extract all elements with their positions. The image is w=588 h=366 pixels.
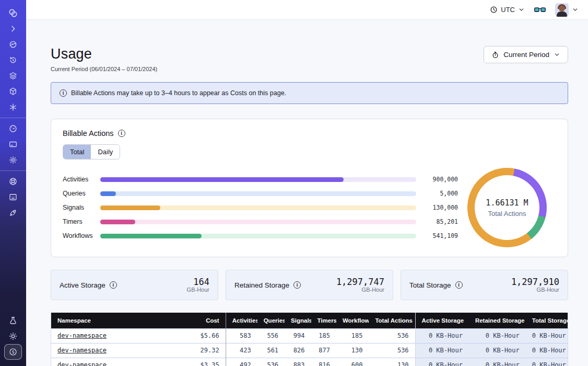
bar-value: 900,000: [420, 176, 458, 183]
total-actions-donut-chart: 1.66131 M Total Actions: [467, 168, 547, 247]
column-header-cost: Cost: [184, 313, 226, 328]
billing-card-icon[interactable]: [4, 136, 22, 152]
table-cell: 536: [369, 343, 415, 358]
bar-value: 85,201: [420, 218, 458, 225]
table-cell: 0 KB-Hour: [526, 343, 568, 358]
column-header-active-storage: Active Storage: [415, 313, 469, 328]
current-period-subtitle: Current Period (06/01/2024 – 07/01/2024): [51, 66, 157, 72]
bar-label: Activities: [63, 176, 100, 183]
chevron-down-icon: [572, 6, 579, 13]
gauge-icon[interactable]: [4, 121, 22, 136]
donut-total-label: Total Actions: [488, 210, 526, 218]
bar-track: [100, 191, 416, 196]
table-row: dev-namespace29.324235618268771305360 KB…: [51, 343, 568, 358]
table-cell: 994: [285, 328, 311, 343]
table-cell: 0 KB-Hour: [415, 358, 469, 366]
chevron-down-icon: [518, 6, 525, 13]
storage-card-total-storage: Total Storagei1,297,910GB-Hour: [401, 270, 568, 300]
storage-cards: Active Storagei164GB-HourRetained Storag…: [51, 270, 568, 300]
namespace-cell: dev-namespace: [51, 328, 184, 343]
bar-label: Workflows: [63, 232, 100, 239]
feedback-icon[interactable]: [4, 189, 22, 205]
user-menu[interactable]: [555, 3, 579, 17]
history-clock-icon[interactable]: [4, 52, 22, 68]
billable-actions-title: Billable Actions: [63, 129, 114, 138]
billable-actions-bar-chart: Activities900,000Queries5,000Signals130,…: [63, 173, 458, 243]
bar-track: [100, 177, 416, 182]
storage-card-unit: GB-Hour: [511, 287, 559, 293]
collapse-chevron-right-icon[interactable]: [4, 21, 22, 37]
column-header-total-storage: Total Storage: [526, 313, 568, 328]
table-cell: 130: [336, 343, 369, 358]
tab-total[interactable]: Total: [63, 145, 91, 159]
theme-sun-icon[interactable]: [4, 328, 22, 344]
glasses-icon[interactable]: [534, 6, 546, 14]
bar-row-signals: Signals130,000: [63, 201, 458, 215]
info-icon[interactable]: i: [455, 281, 463, 289]
page-title: Usage: [51, 46, 157, 62]
column-header-signals: Signals: [285, 313, 311, 328]
bar-value: 541,109: [420, 232, 458, 239]
cube-icon[interactable]: [4, 84, 22, 99]
user-avatar: [555, 3, 569, 17]
table-cell: 185: [336, 328, 369, 343]
info-icon[interactable]: i: [110, 281, 117, 289]
donut-total-value: 1.66131 M: [486, 198, 528, 208]
table-cell: 0 KB-Hour: [526, 328, 568, 343]
namespace-link[interactable]: dev-namespace: [57, 361, 107, 366]
storage-card-label: Retained Storage: [234, 281, 289, 289]
info-icon[interactable]: i: [293, 281, 301, 289]
column-header-namespace: Namespace: [51, 313, 184, 328]
bar-fill: [100, 191, 116, 196]
usage-page: Usage Current Period (06/01/2024 – 07/01…: [26, 0, 588, 366]
asterisk-icon[interactable]: [4, 99, 22, 115]
support-lifebuoy-icon[interactable]: [4, 174, 22, 189]
info-icon[interactable]: i: [118, 130, 125, 137]
usage-dollar-icon[interactable]: $: [4, 344, 22, 360]
storage-card-label: Total Storage: [409, 281, 451, 289]
sidebar-divider: [0, 170, 26, 171]
billable-actions-tabs: TotalDaily: [63, 144, 120, 159]
table-cell: 0 KB-Hour: [415, 343, 469, 358]
sidebar-divider: [0, 118, 26, 118]
bar-track: [100, 220, 416, 224]
namespace-link[interactable]: dev-namespace: [57, 332, 107, 339]
table-cell: 423: [226, 343, 257, 358]
info-banner-text: Billable Actions may take up to 3–4 hour…: [71, 89, 286, 97]
info-banner: i Billable Actions may take up to 3–4 ho…: [51, 82, 568, 104]
timezone-selector[interactable]: UTC: [490, 6, 525, 14]
chevron-down-icon: [554, 51, 560, 58]
table-cell: 492: [226, 358, 257, 366]
rocket-icon[interactable]: [4, 205, 22, 221]
table-cell: 816: [311, 358, 336, 366]
lab-flask-icon[interactable]: [4, 313, 22, 328]
table-row: dev-namespace$3.354925368838166001300 KB…: [51, 358, 568, 366]
period-selector-button[interactable]: Current Period: [484, 46, 568, 63]
settings-gear-icon[interactable]: [4, 152, 22, 168]
layers-icon[interactable]: [4, 68, 22, 84]
tab-daily[interactable]: Daily: [91, 145, 120, 159]
storage-card-label: Active Storage: [60, 281, 105, 289]
column-header-total-actions: Total Actions: [369, 313, 415, 328]
table-cell: 0 KB-Hour: [415, 328, 469, 343]
table-cell: 826: [285, 343, 311, 358]
column-header-timers: Timers: [311, 313, 336, 328]
table-cell: $3.35: [184, 358, 226, 366]
namespace-link[interactable]: dev-namespace: [57, 347, 107, 354]
swirl-icon[interactable]: [4, 37, 22, 52]
bar-row-activities: Activities900,000: [63, 173, 458, 187]
clock-icon: [490, 6, 498, 14]
bar-value: 5,000: [420, 190, 458, 197]
column-header-activities: Activities: [226, 313, 257, 328]
table-cell: 0 KB-Hour: [469, 343, 526, 358]
table-cell: 536: [257, 358, 285, 366]
namespace-cell: dev-namespace: [51, 358, 184, 366]
stopwatch-icon: [491, 51, 499, 59]
bar-value: 130,000: [420, 204, 458, 211]
column-header-queries: Queries: [257, 313, 285, 328]
bar-row-workflows: Workflows541,109: [63, 229, 458, 243]
namespace-usage-table: NamespaceCostActivitiesQueriesSignalsTim…: [51, 313, 568, 366]
bar-row-timers: Timers85,201: [63, 215, 458, 229]
table-cell: 536: [369, 328, 415, 343]
temporal-logo-icon[interactable]: [4, 5, 22, 21]
